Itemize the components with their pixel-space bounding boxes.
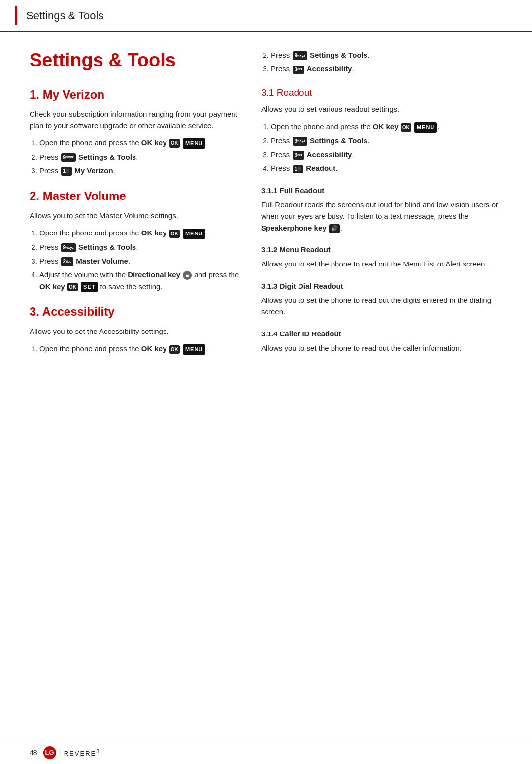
list-item: Open the phone and press the OK key OK M…	[39, 343, 241, 355]
right-column: Press 9wxyz Settings & Tools. Press 3def…	[261, 49, 502, 365]
ok-badge2: OK	[169, 230, 180, 238]
key-9: 9wxyz	[61, 153, 76, 162]
menu-badge5: MENU	[414, 122, 437, 133]
ok-key-label5: OK key	[373, 122, 399, 131]
subsection314-desc: Allows you to set the phone to read out …	[261, 342, 502, 354]
settings-tools-label2: Settings & Tools	[78, 243, 136, 251]
speakerphone-icon: 🔊	[329, 224, 340, 233]
subsection313-desc: Allows you to set the phone to read out …	[261, 295, 502, 318]
ok-key-label3: OK key	[39, 282, 65, 291]
master-volume-label: Master Volume	[76, 257, 128, 265]
settings-tools-label4: Settings & Tools	[310, 136, 367, 145]
menu-badge: MENU	[183, 138, 205, 149]
section1-heading: 1. My Verizon	[30, 86, 241, 103]
accessibility-label2: Accessibility	[307, 150, 352, 159]
dir-key-label: Directional key	[128, 270, 180, 279]
brand-name: REVERE3	[64, 747, 100, 759]
directional-icon: ■	[183, 271, 192, 280]
key-9c: 9wxyz	[293, 51, 307, 60]
header-bar: Settings & Tools	[0, 0, 532, 32]
footer: 48 LG | REVERE3	[0, 741, 532, 764]
section3-desc: Allows you to set the Accessibility sett…	[30, 326, 241, 337]
menu-badge2: MENU	[183, 229, 205, 239]
main-content: Settings & Tools 1. My Verizon Check you…	[0, 32, 532, 380]
key-1a: 1⬛	[61, 167, 72, 176]
list-item: Press 1⬛ Readout.	[271, 163, 502, 174]
set-badge: SET	[81, 282, 98, 292]
subsection-314: 3.1.4 Caller ID Readout Allows you to se…	[261, 329, 502, 354]
subsection311-desc: Full Readout reads the screens out loud …	[261, 199, 502, 233]
list-item: Press 9wxyz Settings & Tools.	[271, 49, 502, 61]
list-item: Open the phone and press the OK key OK M…	[271, 121, 502, 133]
speakerphone-key-label: Speakerphone key	[261, 224, 327, 232]
subsection31-desc: Allows you to set various readout settin…	[261, 103, 502, 115]
key-9d: 9wxyz	[293, 137, 307, 146]
list-item: Press 9wxyz Settings & Tools.	[271, 135, 502, 146]
subsection312-desc: Allows you to set the phone to read out …	[261, 258, 502, 269]
subsection-312: 3.1.2 Menu Readout Allows you to set the…	[261, 244, 502, 270]
key-9b: 9wxyz	[61, 243, 76, 252]
my-verizon-label: My Verizon	[74, 166, 113, 175]
list-item: Open the phone and press the OK key OK M…	[39, 227, 241, 239]
settings-tools-label3: Settings & Tools	[310, 51, 367, 59]
ok-badge4: OK	[169, 345, 180, 354]
section1-desc: Check your subscription information rang…	[30, 108, 241, 132]
section-accessibility: 3. Accessibility Allows you to set the A…	[30, 303, 241, 355]
lg-logo-icon: LG	[43, 746, 56, 759]
ok-key-label: OK key	[141, 138, 167, 147]
ok-badge: OK	[169, 139, 180, 148]
continued-steps-list: Press 9wxyz Settings & Tools. Press 3def…	[261, 49, 502, 75]
readout-label: Readout	[306, 164, 335, 172]
section3-steps: Open the phone and press the OK key OK M…	[30, 343, 241, 355]
page-number: 48	[30, 748, 37, 758]
list-item: Press 2abc Master Volume.	[39, 255, 241, 266]
section2-desc: Allows you to set the Master Volume sett…	[30, 210, 241, 221]
key-2abc: 2abc	[61, 257, 74, 266]
page-title: Settings & Tools	[30, 49, 241, 72]
accessibility-label: Accessibility	[307, 65, 352, 73]
section-my-verizon: 1. My Verizon Check your subscription in…	[30, 86, 241, 177]
key-1b: 1⬛	[293, 165, 304, 174]
section1-steps: Open the phone and press the OK key OK M…	[30, 137, 241, 176]
subsection312-heading: 3.1.2 Menu Readout	[261, 244, 502, 256]
ok-badge5: OK	[401, 123, 411, 132]
list-item: Press 1⬛ My Verizon.	[39, 165, 241, 176]
key-3def: 3def	[293, 66, 304, 74]
left-column: Settings & Tools 1. My Verizon Check you…	[30, 49, 241, 365]
subsection-311: 3.1.1 Full Readout Full Readout reads th…	[261, 185, 502, 233]
subsection-31: 3.1 Readout Allows you to set various re…	[261, 86, 502, 174]
list-item: Press 9wxyz Settings & Tools.	[39, 241, 241, 253]
subsection-313: 3.1.3 Digit Dial Readout Allows you to s…	[261, 281, 502, 318]
menu-badge4: MENU	[183, 344, 205, 355]
ok-key-label2: OK key	[141, 229, 167, 237]
subsection314-heading: 3.1.4 Caller ID Readout	[261, 329, 502, 340]
header-accent	[15, 6, 17, 25]
section2-heading: 2. Master Volume	[30, 187, 241, 205]
subsection31-steps: Open the phone and press the OK key OK M…	[261, 121, 502, 174]
ok-key-label4: OK key	[141, 344, 167, 353]
subsection313-heading: 3.1.3 Digit Dial Readout	[261, 281, 502, 292]
section-master-volume: 2. Master Volume Allows you to set the M…	[30, 187, 241, 292]
pipe-separator: |	[59, 747, 61, 759]
list-item: Press 3def Accessibility.	[271, 149, 502, 160]
list-item: Press 3def Accessibility.	[271, 63, 502, 74]
list-item: Press 9wxyz Settings & Tools.	[39, 151, 241, 163]
ok-badge3: OK	[67, 283, 78, 292]
key-3def2: 3def	[293, 151, 304, 160]
footer-logo: LG | REVERE3	[43, 746, 100, 759]
subsection31-heading: 3.1 Readout	[261, 86, 502, 100]
header-title: Settings & Tools	[26, 7, 103, 24]
subsection311-heading: 3.1.1 Full Readout	[261, 185, 502, 197]
section2-steps: Open the phone and press the OK key OK M…	[30, 227, 241, 292]
list-item: Open the phone and press the OK key OK M…	[39, 137, 241, 149]
list-item: Adjust the volume with the Directional k…	[39, 269, 241, 292]
continued-steps-block: Press 9wxyz Settings & Tools. Press 3def…	[261, 49, 502, 75]
section3-heading: 3. Accessibility	[30, 303, 241, 321]
settings-tools-label: Settings & Tools	[78, 153, 136, 161]
